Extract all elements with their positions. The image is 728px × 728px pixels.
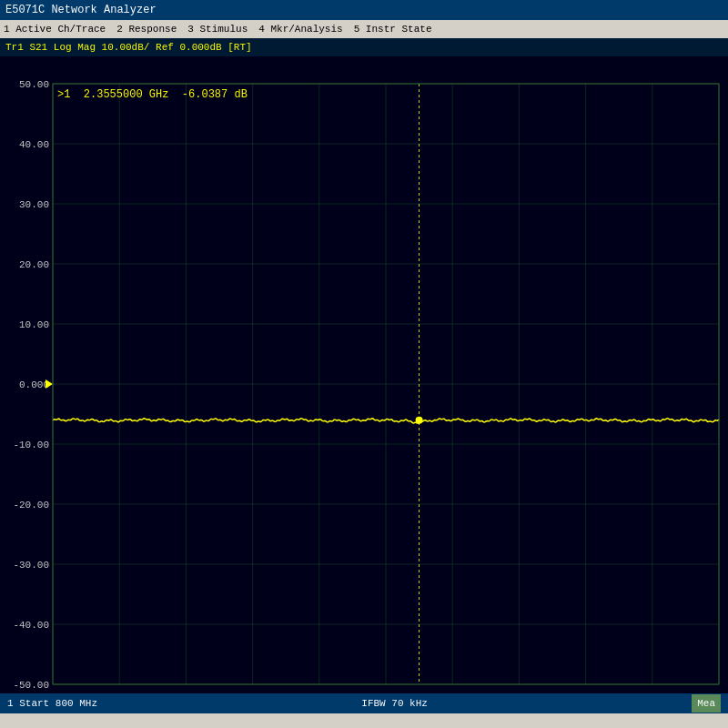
menu-bar: 1 Active Ch/Trace 2 Response 3 Stimulus … bbox=[0, 20, 728, 38]
menu-instr-state[interactable]: 5 Instr State bbox=[354, 24, 432, 35]
title-bar: E5071C Network Analyzer bbox=[0, 0, 728, 20]
trace-label: Tr1 S21 Log Mag 10.00dB/ Ref 0.000dB [RT… bbox=[5, 42, 252, 53]
menu-stimulus[interactable]: 3 Stimulus bbox=[187, 24, 248, 35]
menu-mkr-analysis[interactable]: 4 Mkr/Analysis bbox=[258, 24, 342, 35]
title-text: E5071C Network Analyzer bbox=[5, 4, 157, 16]
trace-header: Tr1 S21 Log Mag 10.00dB/ Ref 0.000dB [RT… bbox=[0, 38, 728, 56]
menu-active-ch[interactable]: 1 Active Ch/Trace bbox=[4, 24, 106, 35]
status-start-freq: 1 Start 800 MHz bbox=[7, 698, 97, 709]
chart-area bbox=[0, 56, 728, 693]
chart-canvas bbox=[0, 56, 728, 693]
menu-response[interactable]: 2 Response bbox=[116, 24, 177, 35]
mea-button[interactable]: Mea bbox=[692, 694, 721, 713]
status-ifbw: IFBW 70 kHz bbox=[361, 698, 428, 709]
status-bar: 1 Start 800 MHz IFBW 70 kHz Mea bbox=[0, 693, 728, 713]
